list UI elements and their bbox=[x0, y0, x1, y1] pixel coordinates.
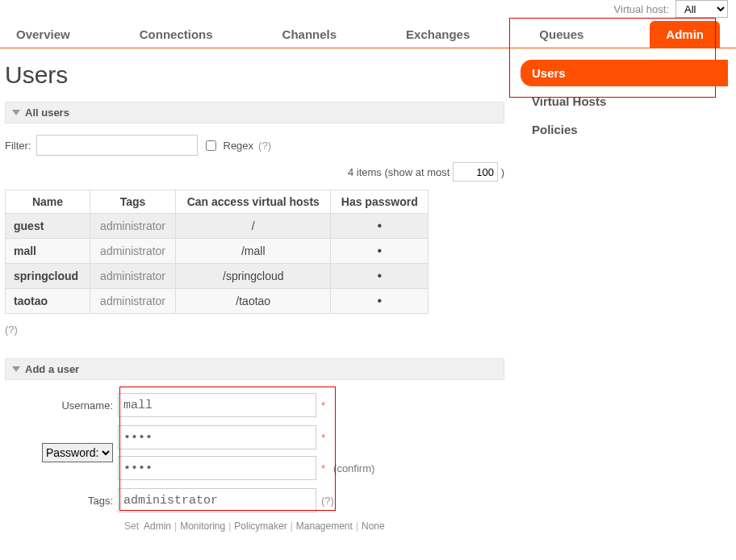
tags-help[interactable]: (?) bbox=[321, 495, 334, 507]
tab-overview[interactable]: Overview bbox=[2, 21, 85, 48]
cell-pwd bbox=[331, 264, 429, 289]
th-name[interactable]: Name bbox=[6, 190, 90, 214]
admin-side-nav: Users Virtual Hosts Policies bbox=[504, 48, 736, 153]
items-close-paren: ) bbox=[501, 166, 504, 178]
password-type-select[interactable]: Password: bbox=[42, 443, 113, 462]
regex-label: Regex bbox=[224, 140, 254, 152]
preset-admin[interactable]: Admin bbox=[144, 520, 171, 532]
page-title: Users bbox=[5, 61, 504, 89]
side-item-policies[interactable]: Policies bbox=[521, 116, 728, 143]
preset-sep: | bbox=[174, 520, 177, 532]
section-add-user-label: Add a user bbox=[25, 363, 79, 375]
th-tags[interactable]: Tags bbox=[90, 190, 176, 214]
preset-none[interactable]: None bbox=[362, 520, 385, 532]
confirm-label: (confirm) bbox=[333, 462, 374, 474]
password-input[interactable] bbox=[118, 425, 316, 449]
req-mark: * bbox=[321, 399, 325, 412]
nav-tabs: Overview Connections Channels Exchanges … bbox=[0, 21, 736, 48]
cell-pwd bbox=[331, 289, 429, 314]
table-row[interactable]: guestadministrator/ bbox=[6, 214, 429, 239]
table-row[interactable]: taotaoadministrator/taotao bbox=[6, 289, 429, 314]
filter-label: Filter: bbox=[5, 140, 31, 152]
tag-presets: Set Admin|Monitoring|Policymaker|Managem… bbox=[124, 520, 504, 532]
cell-vhost: /mall bbox=[176, 239, 331, 264]
tab-queues[interactable]: Queues bbox=[525, 21, 598, 48]
req-mark: * bbox=[321, 462, 325, 474]
cell-tags: administrator bbox=[90, 239, 176, 264]
cell-name[interactable]: mall bbox=[6, 239, 90, 264]
preset-sep: | bbox=[356, 520, 358, 532]
cell-name[interactable]: springcloud bbox=[6, 264, 90, 289]
cell-tags: administrator bbox=[90, 214, 176, 239]
cell-tags: administrator bbox=[90, 289, 176, 314]
password-confirm-input[interactable] bbox=[118, 456, 316, 480]
cell-tags: administrator bbox=[90, 264, 176, 289]
tab-connections[interactable]: Connections bbox=[125, 21, 228, 48]
cell-pwd bbox=[331, 239, 429, 264]
cell-name[interactable]: guest bbox=[6, 214, 90, 239]
items-count-text: 4 items (show at most bbox=[348, 166, 450, 178]
th-pwd[interactable]: Has password bbox=[331, 190, 429, 214]
preset-sep: | bbox=[228, 520, 231, 532]
section-all-users-label: All users bbox=[25, 107, 69, 119]
preset-set-label: Set bbox=[124, 520, 139, 532]
preset-management[interactable]: Management bbox=[296, 520, 353, 532]
users-table: Name Tags Can access virtual hosts Has p… bbox=[5, 190, 429, 314]
preset-sep: | bbox=[291, 520, 293, 532]
filter-input[interactable] bbox=[36, 135, 198, 156]
tab-channels[interactable]: Channels bbox=[268, 21, 352, 48]
cell-name[interactable]: taotao bbox=[6, 289, 90, 314]
table-help[interactable]: (?) bbox=[5, 324, 18, 336]
cell-pwd bbox=[331, 214, 429, 239]
cell-vhost: /springcloud bbox=[176, 264, 331, 289]
preset-policymaker[interactable]: Policymaker bbox=[234, 520, 286, 532]
regex-checkbox[interactable] bbox=[206, 140, 216, 151]
regex-help[interactable]: (?) bbox=[258, 140, 271, 152]
max-items-input[interactable] bbox=[453, 162, 498, 182]
tags-input[interactable] bbox=[118, 488, 316, 512]
username-label: Username: bbox=[5, 399, 118, 412]
table-row[interactable]: springcloudadministrator/springcloud bbox=[6, 264, 429, 289]
tags-label: Tags: bbox=[5, 495, 118, 507]
vhost-label: Virtual host: bbox=[614, 3, 669, 15]
table-row[interactable]: malladministrator/mall bbox=[6, 239, 429, 264]
collapse-icon bbox=[12, 110, 20, 115]
cell-vhost: / bbox=[176, 214, 331, 239]
side-item-vhosts[interactable]: Virtual Hosts bbox=[521, 88, 728, 115]
vhost-select[interactable]: All bbox=[675, 0, 728, 18]
req-mark: * bbox=[321, 432, 325, 444]
side-item-users[interactable]: Users bbox=[521, 60, 728, 86]
cell-vhost: /taotao bbox=[176, 289, 331, 314]
tab-exchanges[interactable]: Exchanges bbox=[391, 21, 484, 48]
preset-monitoring[interactable]: Monitoring bbox=[180, 520, 225, 532]
section-all-users[interactable]: All users bbox=[5, 102, 504, 123]
tab-admin[interactable]: Admin bbox=[650, 21, 720, 48]
collapse-icon bbox=[12, 366, 20, 372]
section-add-user[interactable]: Add a user bbox=[5, 358, 504, 380]
username-input[interactable] bbox=[118, 393, 316, 417]
th-vhost[interactable]: Can access virtual hosts bbox=[176, 190, 331, 214]
